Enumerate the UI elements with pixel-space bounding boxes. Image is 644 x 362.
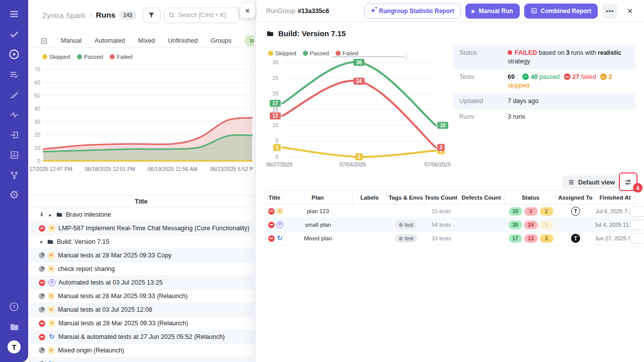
run-list-item[interactable]: ▸Bravo milestone (28, 208, 254, 222)
legend-item-skipped: Skipped (268, 50, 296, 56)
run-list-item[interactable]: ✳Manual tests at 03 Jul 2025 12:08 (28, 303, 254, 317)
run-list-item[interactable]: ▾Build: Version 7.15 (28, 235, 254, 249)
assignee-avatar[interactable]: T (571, 234, 580, 243)
svg-text:0: 0 (37, 158, 40, 164)
failed-status-icon (39, 280, 45, 286)
search-box[interactable] (164, 8, 239, 23)
tasks-check-icon[interactable] (4, 24, 24, 44)
tab-manual[interactable]: Manual (61, 37, 82, 44)
plan-name: Mixed plan (283, 232, 353, 245)
projects-folder-icon[interactable] (4, 317, 24, 337)
chart-legend: SkippedPassedFailed (42, 54, 132, 60)
run-title: Automated tests at 03 Jul 2025 13:25 (58, 279, 163, 286)
rungroup-statistic-report-button[interactable]: ✦✦ Rungroup Statistic Report (364, 4, 461, 19)
row-actions-button[interactable] (629, 206, 644, 217)
column-header-tags-envs[interactable]: Tags & Envs (387, 191, 425, 204)
profile-avatar[interactable]: T (4, 337, 24, 357)
tag-pill[interactable]: ⚙test (395, 234, 418, 243)
table-view-bar: Default view (256, 174, 635, 191)
column-header-assigned-to[interactable]: Assigned To (556, 191, 595, 204)
manual-run-icon: ✳ (48, 252, 55, 259)
manual-run-icon: ✳ (276, 208, 283, 215)
summary-status-row: Status FAILEDbased on3runs withrealistic… (453, 45, 635, 69)
column-header-plan[interactable]: Plan (283, 191, 353, 204)
default-view-button[interactable]: Default view (562, 175, 620, 189)
panel-close-button[interactable]: ✕ (240, 3, 255, 18)
button-label: Manual Run (479, 8, 513, 15)
run-list-item[interactable]: ✳check report sharing (28, 262, 254, 276)
detail-close-button[interactable]: ✕ (625, 5, 635, 17)
svg-text:24: 24 (356, 78, 362, 84)
menu-icon[interactable] (4, 4, 24, 24)
import-icon[interactable] (4, 125, 24, 145)
column-header-finished-at[interactable]: Finished At (595, 191, 635, 204)
test-list-icon[interactable] (4, 64, 24, 84)
run-list-item[interactable]: ↻Manual & automated tests at 27 Jun 2025… (28, 330, 254, 344)
sidebar-bottom: ?T (4, 297, 24, 362)
row-actions-button[interactable] (629, 220, 644, 230)
legend-dot (110, 54, 115, 59)
status-badge-passed: 30 (509, 221, 522, 229)
separator: : (516, 73, 518, 80)
caret-right-icon[interactable]: ▸ (48, 212, 53, 218)
pulse-icon[interactable] (4, 105, 24, 125)
rungroup-title-text: Build: Version 7.15 (278, 29, 346, 38)
column-header-labels[interactable]: Labels (353, 191, 387, 204)
svg-text:10: 10 (34, 145, 40, 151)
breadcrumb-project[interactable]: Zyntra Spark (42, 11, 86, 20)
workspace-pill[interactable]: test work (245, 35, 254, 46)
tab-automated[interactable]: Automated (95, 37, 125, 44)
tab-groups[interactable]: Groups (211, 37, 231, 44)
tests-total: 69 (508, 73, 515, 80)
rungroup-title: Build: Version 7.15 (266, 29, 346, 38)
row-actions-button[interactable] (629, 233, 644, 244)
tags-cell: ⚙test (387, 232, 425, 245)
search-input[interactable] (178, 12, 233, 19)
plan-name: small plan (283, 218, 353, 231)
steps-icon[interactable] (4, 84, 24, 105)
default-view-label: Default view (578, 179, 615, 186)
combined-report-button[interactable]: Combined Report (524, 4, 598, 19)
assignee-avatar[interactable]: T (571, 207, 580, 216)
branch-icon[interactable] (4, 165, 24, 185)
column-header-defects-count[interactable]: Defects Count (457, 191, 506, 204)
folder-icon (56, 211, 63, 218)
more-actions-button[interactable]: ••• (602, 4, 617, 19)
settings-gear-icon[interactable]: ⚙ (4, 185, 24, 205)
labels-cell (353, 218, 387, 231)
select-all-icon[interactable] (40, 37, 48, 45)
column-header-title[interactable]: Title (266, 191, 283, 204)
summary-updated-row: Updated 7 days ago (453, 94, 635, 109)
svg-text:10: 10 (440, 123, 446, 128)
run-list-item[interactable]: ✳Manual tests at 28 Mar 2025 09:33 (Rela… (28, 290, 254, 303)
button-label: Combined Report (541, 8, 592, 15)
help-icon[interactable]: ? (4, 297, 24, 317)
run-table-row[interactable]: ⚙small plan⚙test54 tests30240Jul 4, 2025… (266, 218, 635, 232)
run-list-item[interactable]: ⚙Automated tests at 03 Jul 2025 13:25 (28, 276, 254, 290)
bar-chart-icon (531, 8, 537, 14)
manual-run-button[interactable]: ▶ Manual Run (465, 4, 520, 19)
run-list-item[interactable]: ✳LMP-587 Implement Real-Time Chat Messag… (28, 222, 254, 235)
column-header-tests-count[interactable]: Tests Count (425, 191, 457, 204)
runs-count-badge: 243 (119, 11, 136, 20)
filter-button[interactable] (143, 8, 160, 23)
run-list-item[interactable]: ✳Manual tests at 28 Mar 2025 09:33 Copy (28, 249, 254, 262)
tab-mixed[interactable]: Mixed (138, 37, 154, 44)
svg-text:13: 13 (272, 113, 278, 119)
runs-list: ▸Bravo milestone✳LMP-587 Implement Real-… (28, 208, 254, 362)
search-icon (169, 12, 175, 19)
caret-down-icon[interactable]: ▾ (39, 239, 44, 245)
column-header-status[interactable]: Status (506, 191, 556, 204)
analytics-icon[interactable] (4, 145, 24, 165)
run-table-row[interactable]: ✳plan 12315 tests1032TJul 6, 2025 7:40 (266, 205, 635, 218)
run-table-row[interactable]: ↻Mixed plan⚙test33 tests17133TJun 27, 20… (266, 232, 635, 245)
run-title: Manual tests at 28 Mar 2025 09:33 Copy (58, 252, 172, 259)
tabs-host: ManualAutomatedMixedUnfinishedGroups (61, 37, 231, 44)
skipped-icon (600, 73, 607, 80)
run-list-item[interactable]: ↻ (28, 357, 254, 362)
run-list-item[interactable]: ✳Mixed origin (Relaunch) (28, 344, 254, 357)
runs-play-icon[interactable] (4, 44, 24, 64)
run-list-item[interactable]: ✳Manual tests at 28 Mar 2025 09:33 (Rela… (28, 317, 254, 330)
tab-unfinished[interactable]: Unfinished (168, 37, 198, 44)
tag-pill[interactable]: ⚙test (395, 220, 418, 229)
